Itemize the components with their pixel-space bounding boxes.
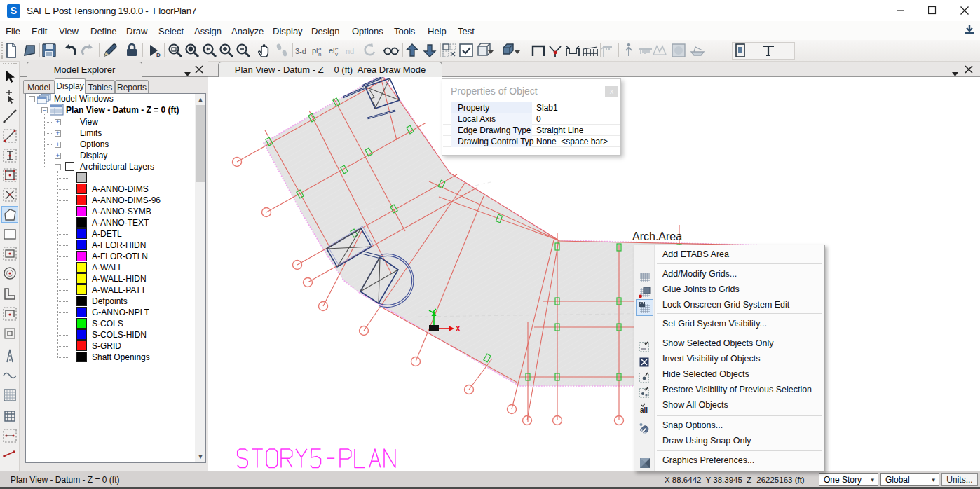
svg-text:X: X — [456, 325, 461, 333]
svg-text:nd: nd — [346, 47, 354, 55]
svg-text:all: all — [640, 406, 648, 414]
svg-text:pl: pl — [312, 46, 318, 55]
svg-text:n: n — [318, 51, 321, 57]
svg-text:D: D — [156, 52, 161, 58]
svg-text:el: el — [329, 46, 335, 55]
svg-text:3-d: 3-d — [295, 47, 306, 55]
svg-text:v: v — [335, 51, 338, 57]
